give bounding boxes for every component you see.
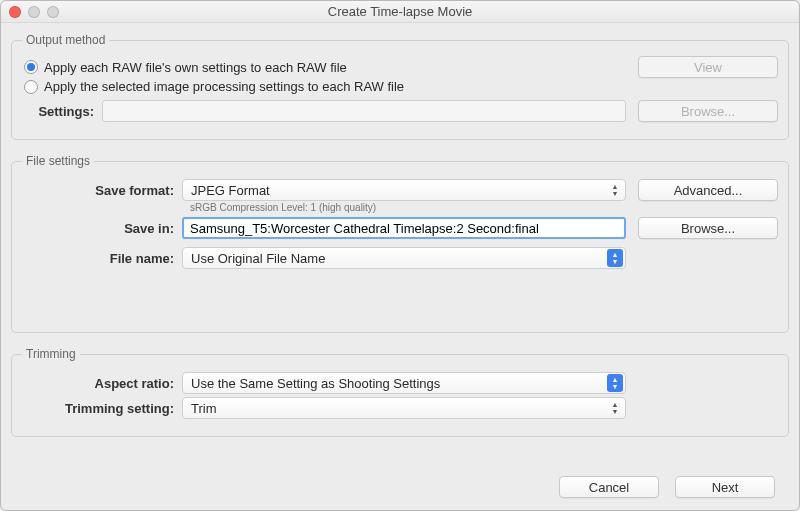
chevron-updown-icon: ▲▼ (607, 399, 623, 417)
radio-selected-settings-label: Apply the selected image processing sett… (44, 79, 404, 94)
chevron-updown-icon: ▲▼ (607, 374, 623, 392)
aspect-ratio-value: Use the Same Setting as Shooting Setting… (191, 376, 607, 391)
window: Create Time-lapse Movie Output method Ap… (0, 0, 800, 511)
radio-selected-settings[interactable] (24, 80, 38, 94)
chevron-updown-icon: ▲▼ (607, 249, 623, 267)
content-area: Output method Apply each RAW file's own … (1, 23, 799, 510)
advanced-button[interactable]: Advanced... (638, 179, 778, 201)
file-settings-legend: File settings (22, 154, 94, 168)
trimming-group: Trimming Aspect ratio: Use the Same Sett… (11, 347, 789, 437)
save-in-input[interactable] (182, 217, 626, 239)
trimming-setting-select[interactable]: Trim ▲▼ (182, 397, 626, 419)
radio-row-own-settings[interactable]: Apply each RAW file's own settings to ea… (22, 56, 778, 78)
save-format-help: sRGB Compression Level: 1 (high quality) (190, 202, 778, 213)
file-name-label: File name: (22, 251, 182, 266)
file-name-value: Use Original File Name (191, 251, 607, 266)
output-method-legend: Output method (22, 33, 109, 47)
titlebar: Create Time-lapse Movie (1, 1, 799, 23)
view-button: View (638, 56, 778, 78)
save-in-input-field[interactable] (188, 220, 620, 237)
save-format-select[interactable]: JPEG Format ▲▼ (182, 179, 626, 201)
trimming-legend: Trimming (22, 347, 80, 361)
cancel-button[interactable]: Cancel (559, 476, 659, 498)
trimming-setting-label: Trimming setting: (22, 401, 182, 416)
file-settings-group: File settings Save format: JPEG Format ▲… (11, 154, 789, 333)
footer: Cancel Next (11, 466, 789, 510)
radio-own-settings[interactable] (24, 60, 38, 74)
trimming-setting-value: Trim (191, 401, 607, 416)
settings-label: Settings: (22, 104, 102, 119)
settings-input (102, 100, 626, 122)
save-format-value: JPEG Format (191, 183, 607, 198)
window-title: Create Time-lapse Movie (1, 4, 799, 19)
settings-browse-button: Browse... (638, 100, 778, 122)
aspect-ratio-select[interactable]: Use the Same Setting as Shooting Setting… (182, 372, 626, 394)
radio-own-settings-label: Apply each RAW file's own settings to ea… (44, 60, 347, 75)
output-method-group: Output method Apply each RAW file's own … (11, 33, 789, 140)
save-in-browse-button[interactable]: Browse... (638, 217, 778, 239)
aspect-ratio-label: Aspect ratio: (22, 376, 182, 391)
radio-row-selected-settings[interactable]: Apply the selected image processing sett… (22, 79, 778, 94)
settings-input-field (109, 103, 619, 120)
save-format-label: Save format: (22, 183, 182, 198)
next-button[interactable]: Next (675, 476, 775, 498)
chevron-updown-icon: ▲▼ (607, 181, 623, 199)
save-in-label: Save in: (22, 221, 182, 236)
file-name-select[interactable]: Use Original File Name ▲▼ (182, 247, 626, 269)
